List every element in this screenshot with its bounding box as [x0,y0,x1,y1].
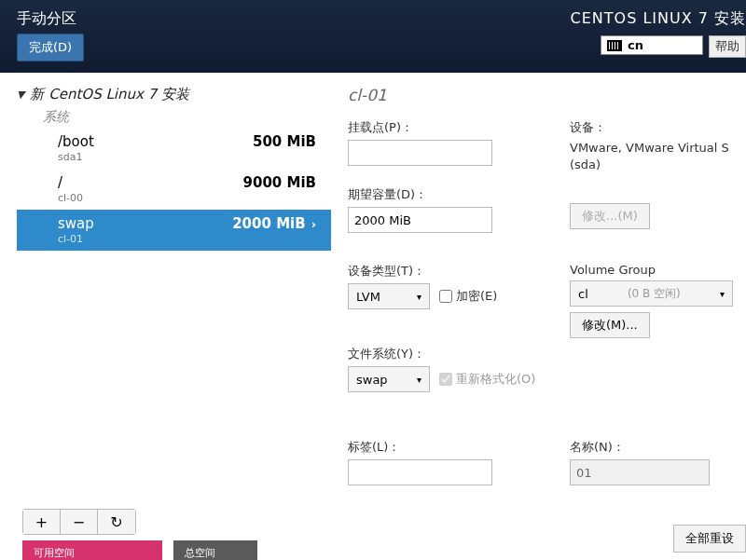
remove-partition-button[interactable]: − [61,510,98,534]
name-input[interactable] [570,459,710,485]
partition-device: cl-01 [58,233,94,245]
page-title: 手动分区 [17,9,76,29]
reformat-checkbox [439,373,452,386]
label-input[interactable] [348,459,492,485]
product-name: CENTOS LINUX 7 安装 [571,9,746,29]
partition-name: /boot [58,133,94,150]
total-space-label: 总空间 [185,546,246,560]
system-group-label: 系统 [43,109,331,126]
available-space-label: 可用空间 [34,546,151,560]
partition-size: 9000 MiB [243,174,316,191]
encrypt-checkbox[interactable] [439,290,452,303]
partition-name: swap [58,215,94,232]
chevron-down-icon: ▾ [720,289,725,299]
help-button[interactable]: 帮助 [709,35,746,58]
keyboard-layout-indicator[interactable]: cn [601,35,703,55]
keyboard-icon [607,40,622,51]
device-label: 设备： [570,119,738,136]
modify-device-button: 修改...(M) [570,203,650,229]
partition-size: 2000 MiB › [232,215,316,232]
reload-button[interactable]: ↻ [98,510,135,534]
partition-item-boot[interactable]: /boot sda1 500 MiB [17,128,331,169]
partition-name: / [58,174,83,191]
available-space-box: 可用空间 8975.97 MiB [22,540,162,560]
capacity-label: 期望容量(D)： [348,186,553,203]
capacity-input[interactable] [348,207,492,233]
label-label: 标签(L)： [348,439,553,456]
tree-root[interactable]: ▼ 新 CentOS Linux 7 安装 [17,86,331,103]
done-button[interactable]: 完成(D) [17,34,84,61]
space-summary: 可用空间 8975.97 MiB 总空间 20 GiB [22,540,257,560]
volume-group-label: Volume Group [570,263,733,277]
main-content: ▼ 新 CentOS Linux 7 安装 系统 /boot sda1 500 … [0,73,746,560]
name-label: 名称(N)： [570,439,710,456]
partition-device: sda1 [58,151,94,163]
keyboard-layout-text: cn [628,38,643,52]
total-space-box: 总空间 20 GiB [173,540,257,560]
partition-size: 500 MiB [253,133,316,150]
chevron-down-icon: ▾ [417,375,421,385]
partition-tree-panel: ▼ 新 CentOS Linux 7 安装 系统 /boot sda1 500 … [0,73,331,560]
filesystem-select[interactable]: swap ▾ [348,366,430,392]
partition-device: cl-00 [58,192,83,204]
add-partition-button[interactable]: + [23,510,61,534]
mountpoint-input[interactable] [348,140,492,166]
device-type-label: 设备类型(T)： [348,263,553,280]
partition-detail-panel: cl-01 挂载点(P)： 设备： VMware, VMware Virtual… [331,73,746,560]
device-type-select[interactable]: LVM ▾ [348,283,430,309]
partition-toolbar: + − ↻ [22,509,136,535]
caret-down-icon: ▼ [17,89,24,101]
volume-group-select[interactable]: cl (0 B 空闲) ▾ [570,280,733,307]
partition-item-root[interactable]: / cl-00 9000 MiB [17,169,331,210]
chevron-down-icon: ▾ [417,292,421,302]
detail-title: cl-01 [348,86,746,104]
encrypt-checkbox-label[interactable]: 加密(E) [439,288,497,305]
chevron-right-icon: › [311,217,316,231]
reformat-checkbox-label: 重新格式化(O) [439,371,535,388]
reset-all-button[interactable]: 全部重设 [673,525,746,553]
filesystem-label: 文件系统(Y)： [348,346,553,362]
installer-header: 手动分区 完成(D) CENTOS LINUX 7 安装 cn 帮助 [0,0,746,73]
mountpoint-label: 挂载点(P)： [348,119,553,136]
modify-vg-button[interactable]: 修改(M)... [570,312,650,338]
tree-root-label: 新 CentOS Linux 7 安装 [30,86,188,103]
partition-item-swap[interactable]: swap cl-01 2000 MiB › [17,210,331,251]
device-text: VMware, VMware Virtual S (sda) [570,140,738,173]
